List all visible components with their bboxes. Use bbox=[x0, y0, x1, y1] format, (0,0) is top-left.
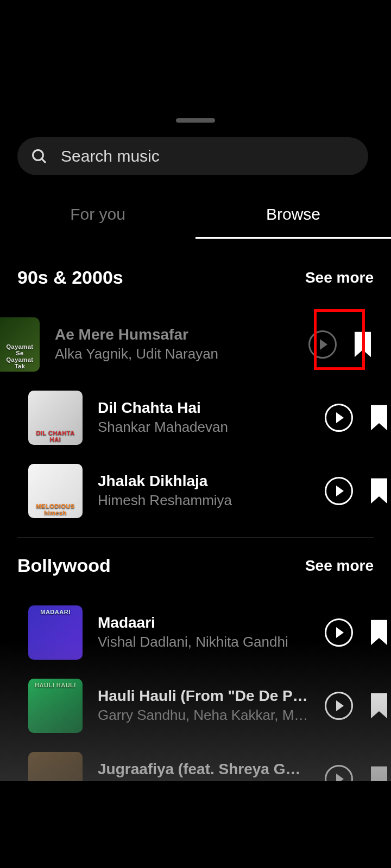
top-spacer bbox=[0, 0, 391, 117]
bookmark-icon bbox=[368, 405, 390, 431]
section-bollywood: Bollywood See more MADAARI Madaari Visha… bbox=[0, 538, 391, 815]
bookmark-button[interactable] bbox=[368, 693, 390, 719]
track-actions bbox=[325, 477, 374, 505]
tab-bar: For you Browse bbox=[0, 190, 391, 239]
track-row[interactable]: HAULI HAULI Hauli Hauli (From "De De Pya… bbox=[28, 669, 374, 742]
album-art: HAULI HAULI bbox=[28, 679, 83, 733]
svg-line-1 bbox=[42, 159, 46, 163]
bookmark-button[interactable] bbox=[368, 405, 390, 431]
track-title: Ae Mere Humsafar bbox=[55, 326, 293, 343]
track-artist: Alka Yagnik, Udit Narayan bbox=[55, 346, 293, 362]
sheet-grabber[interactable] bbox=[176, 118, 215, 123]
play-button[interactable] bbox=[325, 692, 353, 720]
track-artist: Himesh Reshammiya bbox=[98, 492, 310, 509]
tab-browse[interactable]: Browse bbox=[195, 190, 391, 239]
bookmark-icon bbox=[368, 478, 390, 504]
track-actions bbox=[325, 692, 374, 720]
section-title: Bollywood bbox=[17, 555, 111, 576]
search-input[interactable]: Search music bbox=[17, 137, 368, 175]
album-art: Qayamat Se Qayamat Tak bbox=[0, 317, 40, 372]
search-placeholder: Search music bbox=[61, 147, 160, 165]
track-meta: Madaari Vishal Dadlani, Nikhita Gandhi bbox=[98, 614, 310, 650]
bookmark-icon bbox=[368, 693, 390, 719]
content-scroll[interactable]: 90s & 2000s See more Qayamat Se Qayamat … bbox=[0, 250, 391, 868]
album-art: MADAARI bbox=[28, 605, 83, 660]
track-actions bbox=[325, 618, 374, 647]
track-title: Jhalak Dikhlaja bbox=[98, 473, 310, 490]
music-browse-screen: Search music For you Browse 90s & 2000s … bbox=[0, 0, 391, 868]
track-row[interactable]: MELODIOUS himesh Jhalak Dikhlaja Himesh … bbox=[28, 454, 374, 527]
section-title: 90s & 2000s bbox=[17, 267, 123, 288]
track-title: Dil Chahta Hai bbox=[98, 399, 310, 417]
section-header: Bollywood See more bbox=[17, 555, 374, 576]
track-list: Qayamat Se Qayamat Tak Ae Mere Humsafar … bbox=[17, 308, 374, 527]
track-actions bbox=[308, 330, 374, 359]
bookmark-button[interactable] bbox=[352, 331, 374, 358]
track-title: Jugraafiya (feat. Shreya Ghosh... bbox=[98, 761, 310, 778]
track-row[interactable]: Qayamat Se Qayamat Tak Ae Mere Humsafar … bbox=[0, 308, 374, 381]
play-button[interactable] bbox=[325, 477, 353, 505]
svg-point-0 bbox=[33, 150, 43, 161]
track-meta: Dil Chahta Hai Shankar Mahadevan bbox=[98, 399, 310, 436]
track-artist: Shankar Mahadevan bbox=[98, 419, 310, 436]
tab-for-you[interactable]: For you bbox=[0, 190, 195, 239]
track-row[interactable]: MADAARI Madaari Vishal Dadlani, Nikhita … bbox=[28, 596, 374, 669]
see-more-link[interactable]: See more bbox=[305, 557, 374, 575]
play-button[interactable] bbox=[325, 404, 353, 432]
search-icon bbox=[30, 148, 48, 165]
track-meta: Ae Mere Humsafar Alka Yagnik, Udit Naray… bbox=[55, 326, 293, 362]
album-art: DIL CHAHTA HAI bbox=[28, 391, 83, 445]
see-more-link[interactable]: See more bbox=[305, 269, 374, 286]
album-art: MELODIOUS himesh bbox=[28, 464, 83, 518]
track-actions bbox=[325, 404, 374, 432]
track-meta: Jhalak Dikhlaja Himesh Reshammiya bbox=[98, 473, 310, 509]
track-title: Hauli Hauli (From "De De Pyaar... bbox=[98, 687, 310, 705]
section-90s-2000s: 90s & 2000s See more Qayamat Se Qayamat … bbox=[0, 250, 391, 527]
play-button[interactable] bbox=[308, 330, 337, 359]
bottom-bar-area bbox=[0, 781, 391, 868]
track-row[interactable]: DIL CHAHTA HAI Dil Chahta Hai Shankar Ma… bbox=[28, 381, 374, 454]
play-button[interactable] bbox=[325, 618, 353, 647]
track-artist: Vishal Dadlani, Nikhita Gandhi bbox=[98, 634, 310, 650]
bookmark-button[interactable] bbox=[368, 478, 390, 504]
bookmark-icon bbox=[352, 331, 374, 358]
bookmark-button[interactable] bbox=[368, 620, 390, 646]
section-header: 90s & 2000s See more bbox=[17, 267, 374, 288]
bookmark-icon bbox=[368, 620, 390, 646]
track-meta: Hauli Hauli (From "De De Pyaar... Garry … bbox=[98, 687, 310, 724]
track-artist: Garry Sandhu, Neha Kakkar, Me... bbox=[98, 707, 310, 724]
track-title: Madaari bbox=[98, 614, 310, 631]
